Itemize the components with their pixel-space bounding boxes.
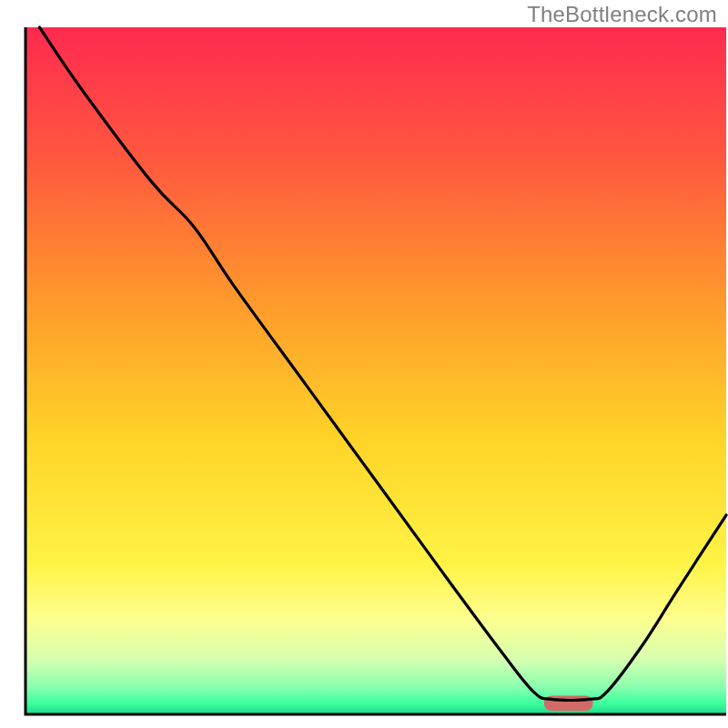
gradient-background [25, 27, 726, 714]
chart-frame: TheBottleneck.com [0, 0, 728, 728]
bottleneck-chart [0, 0, 728, 728]
